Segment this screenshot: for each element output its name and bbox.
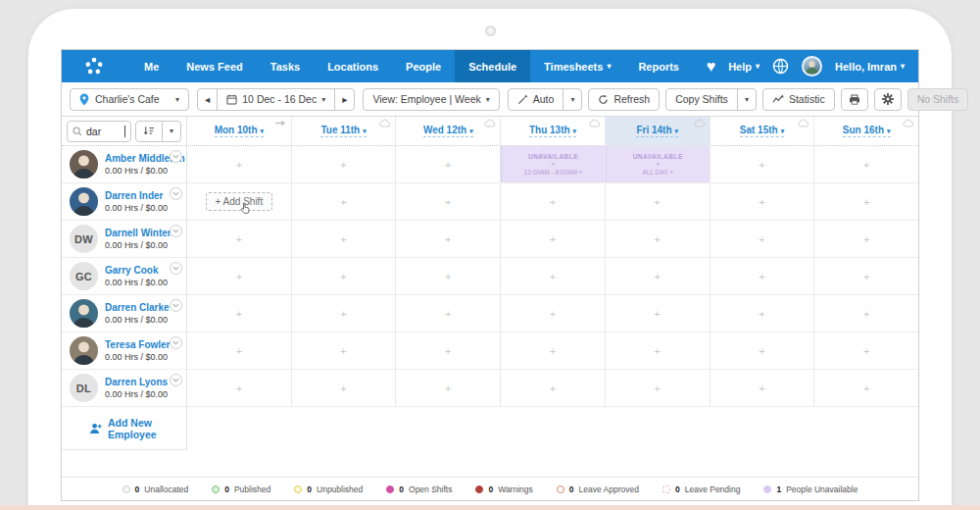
shift-cell-amber-middleton-fri-14th[interactable]: UNAVAILABLE+ALL DAY + bbox=[606, 146, 710, 182]
auto-button[interactable]: Auto bbox=[508, 88, 564, 111]
add-shift-cell[interactable]: + Add Shift bbox=[187, 183, 291, 220]
copy-shifts-button[interactable]: Copy Shifts bbox=[665, 88, 738, 111]
shift-cell-garry-cook-fri-14th[interactable]: + bbox=[606, 258, 710, 294]
empty-shift-cell[interactable]: + bbox=[396, 183, 500, 220]
nav-item-timesheets[interactable]: Timesheets▾ bbox=[530, 50, 624, 82]
empty-shift-cell[interactable]: + bbox=[814, 332, 918, 369]
shift-cell-garry-cook-mon-10th[interactable]: + bbox=[187, 258, 292, 294]
settings-button[interactable] bbox=[874, 88, 902, 111]
search-input[interactable] bbox=[86, 126, 122, 137]
employee-expand-button[interactable] bbox=[170, 336, 182, 349]
shift-cell-teresa-fowler-sat-15th[interactable]: + bbox=[710, 332, 815, 369]
day-label[interactable]: Wed 12th▾ bbox=[423, 125, 473, 137]
empty-shift-cell[interactable]: + bbox=[187, 332, 291, 369]
no-shifts-button[interactable]: No Shifts bbox=[907, 88, 969, 111]
shift-cell-darnell-winters-sat-15th[interactable]: + bbox=[710, 221, 815, 257]
nav-item-tasks[interactable]: Tasks bbox=[257, 50, 314, 82]
empty-shift-cell[interactable]: + bbox=[814, 221, 918, 257]
shift-cell-darren-lyons-wed-12th[interactable]: + bbox=[396, 370, 501, 406]
day-label[interactable]: Tue 11th▾ bbox=[320, 125, 366, 137]
employee-expand-button[interactable] bbox=[170, 262, 182, 275]
shift-cell-darren-lyons-mon-10th[interactable]: + bbox=[187, 370, 292, 406]
employee-expand-button[interactable] bbox=[170, 299, 182, 312]
print-button[interactable] bbox=[841, 88, 868, 111]
shift-cell-darren-inder-wed-12th[interactable]: + bbox=[396, 183, 501, 220]
empty-shift-cell[interactable]: + bbox=[710, 146, 814, 182]
shift-cell-darnell-winters-thu-13th[interactable]: + bbox=[501, 221, 606, 257]
shift-cell-darren-inder-sun-16th[interactable]: + bbox=[814, 183, 918, 220]
empty-shift-cell[interactable]: + bbox=[292, 258, 396, 294]
empty-shift-cell[interactable]: + bbox=[396, 295, 500, 332]
empty-shift-cell[interactable]: + bbox=[710, 258, 814, 294]
shift-cell-teresa-fowler-wed-12th[interactable]: + bbox=[396, 332, 501, 369]
shift-cell-amber-middleton-sun-16th[interactable]: + bbox=[814, 146, 918, 182]
empty-shift-cell[interactable]: + bbox=[292, 370, 396, 406]
empty-shift-cell[interactable]: + bbox=[292, 146, 396, 182]
empty-shift-cell[interactable]: + bbox=[396, 370, 500, 406]
add-shift-button[interactable]: + Add Shift bbox=[206, 192, 273, 211]
sort-button[interactable] bbox=[135, 121, 163, 142]
user-avatar[interactable] bbox=[802, 56, 822, 76]
nav-item-reports[interactable]: Reports bbox=[624, 50, 693, 82]
empty-shift-cell[interactable]: + bbox=[814, 183, 918, 220]
shift-cell-darren-inder-fri-14th[interactable]: + bbox=[606, 183, 710, 220]
shift-cell-darnell-winters-mon-10th[interactable]: + bbox=[187, 221, 292, 257]
empty-shift-cell[interactable]: + bbox=[606, 370, 710, 406]
day-label[interactable]: Sun 16th▾ bbox=[843, 125, 891, 137]
shift-cell-darnell-winters-tue-11th[interactable]: + bbox=[292, 221, 397, 257]
auto-dropdown-button[interactable]: ▾ bbox=[563, 88, 582, 111]
empty-shift-cell[interactable]: + bbox=[187, 258, 291, 294]
employee-name[interactable]: Darren Inder bbox=[105, 190, 168, 201]
empty-shift-cell[interactable]: + bbox=[187, 295, 291, 332]
empty-shift-cell[interactable]: + bbox=[396, 258, 500, 294]
shift-cell-teresa-fowler-fri-14th[interactable]: + bbox=[606, 332, 710, 369]
shift-cell-garry-cook-tue-11th[interactable]: + bbox=[292, 258, 397, 294]
empty-shift-cell[interactable]: + bbox=[814, 295, 918, 332]
shift-cell-darren-clarke-sun-16th[interactable]: + bbox=[814, 295, 918, 332]
copy-shifts-dropdown-button[interactable]: ▾ bbox=[737, 88, 757, 111]
empty-shift-cell[interactable]: + bbox=[501, 183, 605, 220]
shift-cell-darren-inder-sat-15th[interactable]: + bbox=[710, 183, 815, 220]
employee-expand-button[interactable] bbox=[170, 374, 182, 386]
shift-cell-amber-middleton-tue-11th[interactable]: + bbox=[292, 146, 397, 182]
shift-cell-garry-cook-wed-12th[interactable]: + bbox=[396, 258, 501, 294]
shift-cell-garry-cook-sat-15th[interactable]: + bbox=[710, 258, 815, 294]
shift-cell-darren-clarke-thu-13th[interactable]: + bbox=[501, 295, 606, 332]
employee-name[interactable]: Darnell Winters bbox=[105, 228, 176, 238]
shift-cell-darren-lyons-thu-13th[interactable]: + bbox=[501, 370, 606, 406]
empty-shift-cell[interactable]: + bbox=[501, 332, 605, 369]
unavailable-block[interactable]: UNAVAILABLE+12:00AM - 8:00AM + bbox=[501, 146, 605, 182]
add-new-employee-button[interactable]: Add New Employee bbox=[62, 407, 187, 450]
shift-cell-teresa-fowler-mon-10th[interactable]: + bbox=[187, 332, 292, 369]
shift-cell-amber-middleton-thu-13th[interactable]: UNAVAILABLE+12:00AM - 8:00AM + bbox=[501, 146, 606, 182]
sort-dropdown-button[interactable]: ▾ bbox=[162, 121, 181, 142]
nav-item-me[interactable]: Me bbox=[130, 50, 172, 82]
shift-cell-teresa-fowler-tue-11th[interactable]: + bbox=[292, 332, 397, 369]
prev-week-button[interactable]: ◂ bbox=[197, 88, 218, 111]
empty-shift-cell[interactable]: + bbox=[814, 258, 918, 294]
employee-expand-button[interactable] bbox=[170, 225, 182, 237]
empty-shift-cell[interactable]: + bbox=[501, 221, 605, 257]
empty-shift-cell[interactable]: + bbox=[606, 183, 710, 220]
shift-cell-darren-lyons-sat-15th[interactable]: + bbox=[710, 370, 815, 406]
empty-shift-cell[interactable]: + bbox=[187, 370, 291, 406]
empty-shift-cell[interactable]: + bbox=[814, 146, 918, 182]
next-week-button[interactable]: ▸ bbox=[334, 88, 355, 111]
day-label[interactable]: Mon 10th▾ bbox=[215, 125, 264, 137]
shift-cell-amber-middleton-mon-10th[interactable]: + bbox=[187, 146, 292, 182]
empty-shift-cell[interactable]: + bbox=[396, 146, 500, 182]
shift-cell-amber-middleton-sat-15th[interactable]: + bbox=[710, 146, 815, 182]
empty-shift-cell[interactable]: + bbox=[292, 183, 396, 220]
shift-cell-garry-cook-thu-13th[interactable]: + bbox=[501, 258, 606, 294]
shift-cell-darnell-winters-fri-14th[interactable]: + bbox=[606, 221, 710, 257]
employee-name[interactable]: Darren Lyons bbox=[105, 377, 168, 387]
empty-shift-cell[interactable]: + bbox=[606, 332, 710, 369]
shift-cell-darren-clarke-fri-14th[interactable]: + bbox=[606, 295, 710, 332]
empty-shift-cell[interactable]: + bbox=[710, 370, 814, 406]
shift-cell-darren-lyons-fri-14th[interactable]: + bbox=[606, 370, 710, 406]
nav-item-locations[interactable]: Locations bbox=[314, 50, 392, 82]
employee-name[interactable]: Darren Clarke bbox=[105, 302, 170, 313]
empty-shift-cell[interactable]: + bbox=[710, 295, 814, 332]
view-select[interactable]: View: Employee | Week ▾ bbox=[363, 88, 499, 111]
shift-cell-darren-inder-tue-11th[interactable]: + bbox=[292, 183, 397, 220]
